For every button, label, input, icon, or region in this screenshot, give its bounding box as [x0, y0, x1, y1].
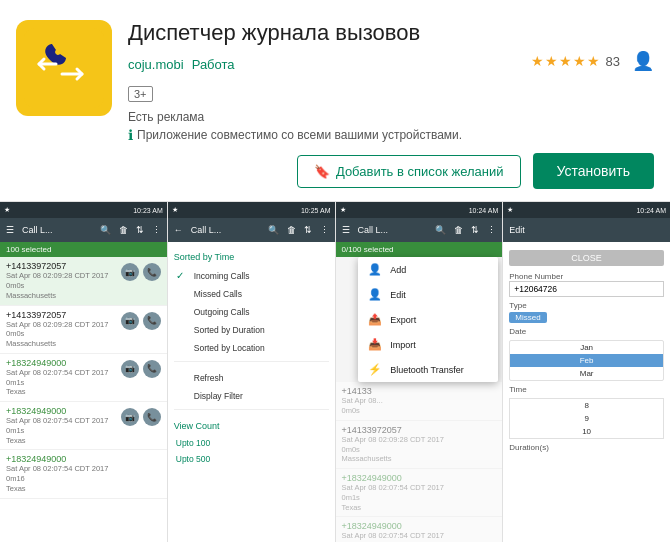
menu-bluetooth[interactable]: ⚡ Bluetooth Transfer	[358, 357, 498, 382]
wishlist-button[interactable]: 🔖 Добавить в список желаний	[297, 155, 521, 188]
svg-rect-0	[24, 28, 104, 108]
app-developer[interactable]: coju.mobi	[128, 57, 184, 72]
display-filter-option[interactable]: Display Filter	[174, 387, 329, 405]
search-icon-3: 🔍	[435, 225, 446, 235]
app-category[interactable]: Работа	[192, 57, 235, 72]
sort-outgoing[interactable]: Outgoing Calls	[174, 303, 329, 321]
info-icon: ℹ	[128, 127, 133, 143]
call-number-4: +18324949000	[6, 406, 108, 416]
duration-field: Duration(s)	[509, 443, 664, 452]
sorted-by-time: Sorted by Time	[174, 248, 329, 266]
sort-panel: Sorted by Time ✓ Incoming Calls Missed C…	[168, 242, 335, 542]
call-item-2: +14133972057 Sat Apr 08 02:09:28 CDT 201…	[0, 306, 167, 354]
screen3-title: Call L...	[358, 225, 428, 235]
bookmark-icon: 🔖	[314, 164, 330, 179]
menu-export[interactable]: 📤 Export	[358, 307, 498, 332]
s3-call-2: +14133972057 Sat Apr 08 02:09:28 CDT 201…	[336, 421, 503, 469]
close-button[interactable]: CLOSE	[509, 250, 664, 266]
call-item-5: +18324949000 Sat Apr 08 02:07:54 CDT 201…	[0, 450, 167, 498]
time-field: Time 8 9 10	[509, 385, 664, 439]
sort-missed[interactable]: Missed Calls	[174, 285, 329, 303]
sort-by-duration[interactable]: Sorted by Duration	[174, 321, 329, 339]
screen1-title: Call L...	[22, 225, 92, 235]
edit-panel: CLOSE Phone Number +12064726 Type Missed…	[503, 242, 670, 542]
action-bar-3: ☰ Call L... 🔍 🗑 ⇅ ⋮	[336, 218, 503, 242]
compatibility-notice: ℹ Приложение совместимо со всеми вашими …	[128, 127, 654, 143]
sort-incoming[interactable]: ✓ Incoming Calls	[174, 266, 329, 285]
rating-count: 83	[606, 54, 620, 69]
month-jan[interactable]: Jan	[510, 341, 663, 354]
call-list-1: +14133972057 Sat Apr 08 02:09:28 CDT 201…	[0, 257, 167, 542]
export-icon: 📤	[368, 313, 382, 326]
selected-bar-3: 0/100 selected	[336, 242, 503, 257]
action-bar-1: ☰ Call L... 🔍 🗑 ⇅ ⋮	[0, 218, 167, 242]
view-count-title: View Count	[174, 417, 329, 435]
menu-import[interactable]: 📥 Import	[358, 332, 498, 357]
status-bar-1: ★ 10:23 AM	[0, 202, 167, 218]
phone-icon-btn-3: 📞	[143, 360, 161, 378]
refresh-option[interactable]: Refresh	[174, 369, 329, 387]
camera-icon-btn: 📷	[121, 263, 139, 281]
call-number-5: +18324949000	[6, 454, 161, 464]
app-title: Диспетчер журнала вызовов	[128, 20, 654, 46]
month-picker[interactable]: Jan Feb Mar	[509, 340, 664, 381]
star-4: ★	[573, 53, 586, 69]
app-meta: coju.mobi Работа ★ ★ ★ ★ ★ 83 👤	[128, 50, 654, 78]
action-buttons: 🔖 Добавить в список желаний Установить	[128, 153, 654, 189]
share-icon-3: ⇅	[471, 225, 479, 235]
call-item-4: +18324949000 Sat Apr 08 02:07:54 CDT 201…	[0, 402, 167, 450]
camera-icon-btn-3: 📷	[121, 360, 139, 378]
star-rating: ★ ★ ★ ★ ★	[531, 53, 600, 69]
month-mar[interactable]: Mar	[510, 367, 663, 380]
screen4-title: Edit	[509, 225, 664, 235]
call-icons-1: 📷 📞	[121, 263, 161, 281]
status-bar-4: ★ 10:24 AM	[503, 202, 670, 218]
phone-icon-btn-4: 📞	[143, 408, 161, 426]
camera-icon-btn-4: 📷	[121, 408, 139, 426]
time-10[interactable]: 10	[510, 425, 663, 438]
search-icon-2: 🔍	[268, 225, 279, 235]
hamburger-icon-3: ☰	[342, 225, 350, 235]
more-icon-2: ⋮	[320, 225, 329, 235]
user-icon: 👤	[632, 50, 654, 72]
screen2-title: Call L...	[191, 225, 260, 235]
edit-person-icon: 👤	[368, 288, 382, 301]
view-upto-500[interactable]: Upto 500	[174, 451, 329, 467]
star-2: ★	[545, 53, 558, 69]
call-item-1: +14133972057 Sat Apr 08 02:09:28 CDT 201…	[0, 257, 167, 305]
call-list-3: +14133 Sat Apr 08... 0m0s +14133972057 S…	[336, 382, 503, 542]
time-picker[interactable]: 8 9 10	[509, 398, 664, 439]
bluetooth-icon: ⚡	[368, 363, 382, 376]
call-number-1: +14133972057	[6, 261, 108, 271]
s3-call-4: +18324949000 Sat Apr 08 02:07:54 CDT 201…	[336, 517, 503, 542]
call-number-2: +14133972057	[6, 310, 108, 320]
time-8[interactable]: 8	[510, 399, 663, 412]
call-detail-1: Sat Apr 08 02:09:28 CDT 2017	[6, 271, 108, 281]
delete-icon-3: 🗑	[454, 225, 463, 235]
phone-number-input[interactable]: +12064726	[509, 281, 664, 297]
view-upto-100[interactable]: Upto 100	[174, 435, 329, 451]
install-button[interactable]: Установить	[533, 153, 654, 189]
month-feb[interactable]: Feb	[510, 354, 663, 367]
add-person-icon: 👤	[368, 263, 382, 276]
star-3: ★	[559, 53, 572, 69]
screenshot-2: ★ 10:25 AM ← Call L... 🔍 🗑 ⇅ ⋮ Sorted by…	[168, 202, 336, 542]
status-bar-2: ★ 10:25 AM	[168, 202, 335, 218]
time-9[interactable]: 9	[510, 412, 663, 425]
menu-edit[interactable]: 👤 Edit	[358, 282, 498, 307]
status-bar-3: ★ 10:24 AM	[336, 202, 503, 218]
app-header: Диспетчер журнала вызовов coju.mobi Рабо…	[0, 0, 670, 202]
star-1: ★	[531, 53, 544, 69]
sort-by-location[interactable]: Sorted by Location	[174, 339, 329, 357]
search-icon-1: 🔍	[100, 225, 111, 235]
missed-type-badge[interactable]: Missed	[509, 312, 546, 323]
menu-add[interactable]: 👤 Add	[358, 257, 498, 282]
import-icon: 📥	[368, 338, 382, 351]
age-rating-badge: 3+	[128, 86, 153, 102]
screenshots-section: ★ 10:23 AM ☰ Call L... 🔍 🗑 ⇅ ⋮ 100 selec…	[0, 202, 670, 542]
delete-icon-2: 🗑	[287, 225, 296, 235]
phone-number-field: Phone Number +12064726	[509, 272, 664, 297]
check-icon: ✓	[176, 270, 188, 281]
share-icon-2: ⇅	[304, 225, 312, 235]
hamburger-icon-1: ☰	[6, 225, 14, 235]
